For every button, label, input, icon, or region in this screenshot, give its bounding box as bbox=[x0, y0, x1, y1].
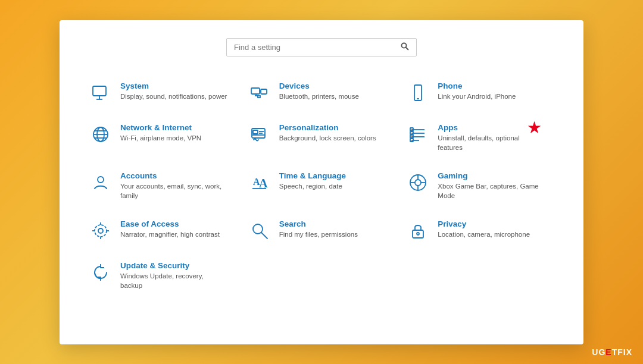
search-setting-icon bbox=[248, 219, 271, 242]
accounts-title: Accounts bbox=[120, 171, 227, 180]
gaming-title: Gaming bbox=[438, 171, 545, 180]
time-title: Time & Language bbox=[279, 171, 346, 180]
red-star-icon: ★ bbox=[527, 120, 542, 136]
gaming-desc: Xbox Game Bar, captures, Game Mode bbox=[438, 181, 545, 200]
phone-desc: Link your Android, iPhone bbox=[438, 92, 516, 101]
svg-line-48 bbox=[261, 233, 267, 239]
search-input[interactable] bbox=[234, 43, 401, 52]
search-desc: Find my files, permissions bbox=[279, 230, 358, 239]
phone-title: Phone bbox=[438, 81, 516, 90]
privacy-desc: Location, camera, microphone bbox=[438, 230, 530, 239]
setting-gaming[interactable]: Gaming Xbox Game Bar, captures, Game Mod… bbox=[401, 164, 560, 208]
ease-icon bbox=[89, 219, 112, 242]
setting-personalization[interactable]: Personalization Background, lock screen,… bbox=[242, 116, 401, 159]
svg-point-50 bbox=[417, 233, 419, 235]
setting-system[interactable]: System Display, sound, notifications, po… bbox=[83, 74, 242, 111]
svg-rect-5 bbox=[251, 88, 260, 94]
personalization-title: Personalization bbox=[279, 123, 376, 132]
accounts-icon bbox=[89, 171, 112, 194]
search-bar[interactable] bbox=[226, 38, 417, 57]
network-desc: Wi-Fi, airplane mode, VPN bbox=[120, 133, 201, 143]
svg-point-0 bbox=[402, 43, 407, 48]
setting-search[interactable]: Search Find my files, permissions bbox=[242, 212, 401, 249]
system-desc: Display, sound, notifications, power bbox=[120, 92, 227, 101]
setting-ease[interactable]: Ease of Access Narrator, magnifier, high… bbox=[83, 212, 242, 249]
svg-text:A: A bbox=[259, 177, 268, 190]
devices-title: Devices bbox=[279, 81, 359, 90]
time-desc: Speech, region, date bbox=[279, 181, 346, 191]
personalization-desc: Background, lock screen, colors bbox=[279, 133, 376, 143]
svg-point-31 bbox=[98, 177, 104, 183]
setting-devices[interactable]: Devices Bluetooth, printers, mouse bbox=[242, 74, 401, 111]
personalization-icon bbox=[248, 123, 271, 146]
ease-title: Ease of Access bbox=[120, 219, 220, 228]
system-icon bbox=[89, 81, 112, 104]
setting-apps[interactable]: Apps Uninstall, defaults, optional featu… bbox=[401, 116, 560, 159]
update-title: Update & Security bbox=[120, 261, 227, 270]
watermark: UGETFIX bbox=[592, 347, 632, 357]
update-icon bbox=[89, 261, 112, 284]
setting-network[interactable]: Network & Internet Wi-Fi, airplane mode,… bbox=[83, 116, 242, 159]
setting-phone[interactable]: Phone Link your Android, iPhone bbox=[401, 74, 560, 111]
svg-rect-49 bbox=[413, 230, 423, 238]
settings-grid: System Display, sound, notifications, po… bbox=[83, 74, 560, 298]
svg-rect-2 bbox=[93, 86, 106, 96]
search-icon bbox=[401, 42, 409, 52]
svg-point-42 bbox=[98, 228, 103, 233]
apps-icon bbox=[407, 123, 429, 146]
devices-desc: Bluetooth, printers, mouse bbox=[279, 92, 359, 101]
privacy-title: Privacy bbox=[438, 219, 530, 228]
svg-rect-6 bbox=[261, 89, 267, 94]
svg-point-41 bbox=[95, 225, 107, 237]
settings-window: System Display, sound, notifications, po… bbox=[60, 20, 583, 344]
gaming-icon bbox=[407, 171, 429, 194]
privacy-icon bbox=[407, 219, 429, 242]
update-desc: Windows Update, recovery, backup bbox=[120, 271, 227, 290]
setting-privacy[interactable]: Privacy Location, camera, microphone bbox=[401, 212, 560, 249]
setting-time[interactable]: A A Time & Language Speech, region, date bbox=[242, 164, 401, 208]
network-title: Network & Internet bbox=[120, 123, 201, 132]
setting-update[interactable]: Update & Security Windows Update, recove… bbox=[83, 254, 242, 297]
system-title: System bbox=[120, 81, 227, 90]
network-icon bbox=[89, 123, 112, 146]
svg-point-36 bbox=[415, 180, 421, 186]
devices-icon bbox=[248, 81, 271, 104]
ease-desc: Narrator, magnifier, high contrast bbox=[120, 230, 220, 239]
time-icon: A A bbox=[248, 171, 271, 194]
accounts-desc: Your accounts, email, sync, work, family bbox=[120, 181, 227, 200]
setting-accounts[interactable]: Accounts Your accounts, email, sync, wor… bbox=[83, 164, 242, 208]
phone-icon bbox=[407, 81, 429, 104]
svg-line-1 bbox=[406, 47, 409, 50]
svg-rect-20 bbox=[253, 130, 258, 134]
search-title: Search bbox=[279, 219, 358, 228]
